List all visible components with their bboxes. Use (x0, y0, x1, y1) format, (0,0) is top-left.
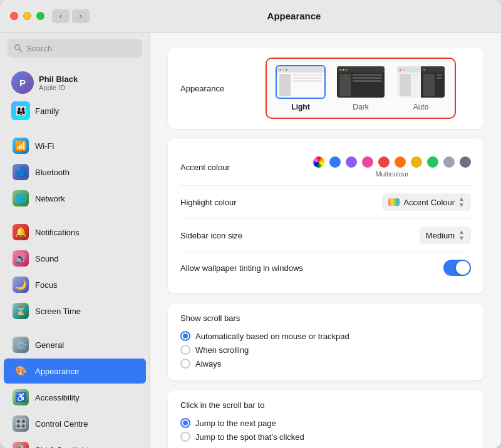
user-row[interactable]: P Phil Black Apple ID (8, 69, 142, 96)
sidebar-item-focus[interactable]: 🌙 Focus (4, 272, 146, 297)
sidebar-item-accessibility[interactable]: ♿ Accessibility (4, 385, 146, 410)
scroll-bars-auto-label: Automatically based on mouse or trackpad (195, 332, 349, 341)
family-label: Family (35, 106, 59, 116)
highlight-colour-row: Highlight colour Accent Colour ▲▼ (180, 186, 471, 219)
search-icon (14, 44, 23, 53)
controlcentre-icon: 🎛️ (13, 415, 29, 432)
nav-buttons: ‹ › (52, 9, 90, 23)
back-button[interactable]: ‹ (52, 9, 70, 23)
search-box[interactable]: Search (8, 39, 142, 58)
scroll-bars-scrolling[interactable]: When scrolling (180, 343, 471, 357)
highlight-gradient-icon (388, 198, 400, 206)
appearance-option-auto[interactable]: Auto (396, 65, 446, 111)
radio-auto-circle (180, 331, 190, 341)
dropdown-arrows-2: ▲▼ (458, 229, 465, 242)
sidebar-item-wifi[interactable]: 📶 Wi-Fi (4, 133, 146, 158)
sidebar-item-network[interactable]: 🌐 Network (4, 186, 146, 211)
traffic-lights (10, 12, 44, 20)
sidebar-item-label: Wi-Fi (35, 141, 54, 151)
sidebar-item-general[interactable]: ⚙️ General (4, 332, 146, 357)
forward-button[interactable]: › (72, 9, 90, 23)
sidebar-item-label: Sound (35, 254, 59, 263)
click-scroll-jump-spot[interactable]: Jump to the spot that's clicked (180, 430, 471, 444)
appearance-thumb-light (276, 65, 326, 99)
appearance-option-dark[interactable]: Dark (336, 65, 386, 111)
scroll-bars-always[interactable]: Always (180, 357, 471, 370)
user-section: P Phil Black Apple ID 👨‍👩‍👧 Family (0, 64, 150, 125)
content-area: Appearance (150, 33, 501, 448)
accent-colour-value: Multicolour (313, 156, 471, 178)
family-row[interactable]: 👨‍👩‍👧 Family (8, 99, 142, 123)
accent-graphite-dot[interactable] (443, 156, 455, 168)
accent-red-dot[interactable] (378, 156, 390, 168)
accent-colour-label: Accent colour (180, 163, 230, 172)
sidebar-item-label: Appearance (35, 367, 79, 376)
radio-always-circle (180, 359, 190, 369)
main-layout: Search P Phil Black Apple ID 👨‍👩‍👧 Fami (0, 33, 501, 448)
wallpaper-tinting-toggle[interactable] (443, 260, 471, 276)
radio-jump-page-circle (180, 418, 190, 428)
titlebar: ‹ › Appearance (0, 0, 501, 33)
appearance-icon: 🎨 (13, 363, 29, 379)
click-scroll-section: Click in the scroll bar to Jump to the n… (168, 390, 483, 448)
scroll-bars-always-label: Always (195, 359, 221, 369)
appearance-option-label-light: Light (291, 103, 309, 111)
accent-green-dot[interactable] (427, 156, 438, 168)
accent-yellow-dot[interactable] (411, 156, 422, 168)
accent-multicolor-dot[interactable] (313, 156, 324, 168)
highlight-colour-value: Accent Colour (403, 198, 455, 207)
minimize-button[interactable] (23, 12, 31, 20)
sidebar-icon-size-row: Sidebar icon size Medium ▲▼ (180, 219, 471, 252)
sidebar-item-screentime[interactable]: ⌛ Screen Time (4, 298, 146, 323)
window: ‹ › Appearance Search (0, 0, 501, 448)
scroll-bars-section: Show scroll bars Automatically based on … (168, 303, 483, 380)
appearance-option-light[interactable]: Light (276, 65, 326, 111)
sidebar-icon-size-dropdown[interactable]: Medium ▲▼ (420, 227, 471, 244)
sidebar-item-siri[interactable]: 🎙️ Siri & Spotlight (4, 437, 146, 448)
wallpaper-tinting-label: Allow wallpaper tinting in windows (180, 263, 303, 273)
search-container: Search (0, 33, 150, 64)
highlight-colour-label: Highlight colour (180, 198, 237, 207)
search-placeholder: Search (26, 44, 52, 53)
accent-dots-row (313, 156, 471, 168)
sidebar-item-sound[interactable]: 🔊 Sound (4, 246, 146, 271)
general-icon: ⚙️ (13, 337, 29, 353)
accent-darkgray-dot[interactable] (460, 156, 471, 168)
accent-colour-row: Accent colour (180, 149, 471, 186)
network-icon: 🌐 (13, 190, 29, 206)
sidebar-item-appearance[interactable]: 🎨 Appearance (4, 359, 146, 384)
click-scroll-title: Click in the scroll bar to (180, 400, 471, 410)
sidebar-item-label: General (35, 340, 64, 350)
user-subtitle: Apple ID (39, 84, 78, 91)
close-button[interactable] (10, 12, 18, 20)
radio-inner (183, 333, 188, 339)
sidebar-item-label: Accessibility (35, 393, 80, 402)
sidebar: Search P Phil Black Apple ID 👨‍👩‍👧 Fami (0, 33, 150, 448)
appearance-option-label-dark: Dark (353, 103, 368, 111)
sidebar-item-controlcentre[interactable]: 🎛️ Control Centre (4, 411, 146, 436)
highlight-colour-dropdown[interactable]: Accent Colour ▲▼ (382, 193, 471, 211)
sidebar-item-notifications[interactable]: 🔔 Notifications (4, 220, 146, 245)
sidebar-item-label: Notifications (35, 228, 80, 237)
bluetooth-icon: 🔵 (13, 164, 29, 180)
accent-pink-dot[interactable] (362, 156, 373, 168)
scroll-bars-scrolling-label: When scrolling (195, 345, 249, 355)
click-scroll-jump-page[interactable]: Jump to the next page (180, 416, 471, 430)
sidebar-item-bluetooth[interactable]: 🔵 Bluetooth (4, 160, 146, 185)
maximize-button[interactable] (36, 12, 44, 20)
radio-inner-2 (183, 420, 188, 425)
sidebar-icon-size-value: Medium (426, 231, 455, 240)
click-scroll-jump-page-label: Jump to the next page (195, 419, 276, 428)
appearance-section: Appearance (168, 48, 483, 129)
sidebar-item-label: Screen Time (35, 307, 81, 316)
scroll-bars-title: Show scroll bars (180, 313, 471, 323)
accent-blue-dot[interactable] (329, 156, 341, 168)
appearance-label: Appearance (180, 84, 256, 93)
appearance-thumb-dark (336, 65, 386, 99)
siri-icon: 🎙️ (13, 442, 29, 448)
scroll-bars-auto[interactable]: Automatically based on mouse or trackpad (180, 329, 471, 343)
accent-orange-dot[interactable] (395, 156, 406, 168)
accent-purple-dot[interactable] (346, 156, 357, 168)
wallpaper-tinting-row: Allow wallpaper tinting in windows (180, 252, 471, 283)
appearance-options: Light (266, 58, 456, 119)
